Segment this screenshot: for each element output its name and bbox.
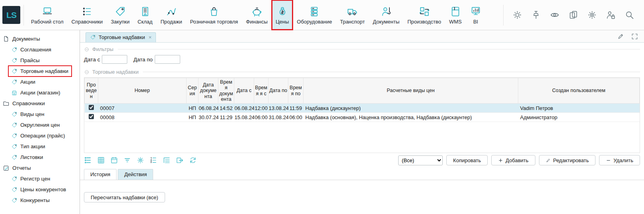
cell-price_types: Надбавка (основная), Наценка производств…: [304, 113, 518, 122]
search-icon[interactable]: [625, 10, 634, 20]
history-tab[interactable]: История: [84, 169, 117, 180]
document-icon: [3, 35, 10, 42]
toolbar-item-0[interactable]: Рабочий стол: [27, 0, 68, 30]
column-header[interactable]: Дата с: [234, 78, 254, 104]
calendar-icon[interactable]: [110, 156, 118, 164]
tag-icon: [11, 154, 18, 161]
column-header[interactable]: Дата документа: [198, 78, 218, 104]
toolbar-item-2[interactable]: Закупки: [107, 0, 133, 30]
toolbar-item-label: Рабочий стол: [31, 19, 64, 25]
pin-icon[interactable]: [531, 10, 541, 20]
grouping-icon[interactable]: [163, 156, 171, 164]
column-header[interactable]: Проведен: [85, 78, 98, 104]
export-icon[interactable]: [176, 156, 184, 164]
filter-icon[interactable]: [123, 156, 131, 164]
sidebar-item-1-4[interactable]: Листовки: [8, 152, 46, 163]
edit-icon[interactable]: [617, 33, 625, 40]
recalculate-button[interactable]: Пересчитать надбавки (все): [84, 192, 165, 202]
app-logo[interactable]: LS: [2, 6, 20, 24]
cell-doc_time: 14:52: [218, 104, 234, 113]
toolbar-item-11[interactable]: Производство: [403, 0, 445, 30]
cell-date_from: 06.08.24: [234, 104, 254, 113]
cell-price_types: Надбавка (дискаунтер): [304, 104, 518, 113]
column-header[interactable]: Расчетные виды цен: [304, 78, 518, 104]
cell-series: НП: [187, 104, 198, 113]
sidebar-section-1[interactable]: Справочники: [0, 98, 48, 109]
sidebar-item-0-3[interactable]: Акции: [8, 77, 39, 87]
filter-select[interactable]: (Все): [398, 155, 443, 165]
toolbar-item-12[interactable]: WMS: [445, 0, 466, 30]
divider: [23, 5, 24, 26]
column-header[interactable]: Время документа: [218, 78, 234, 104]
actions-tab[interactable]: Действия: [118, 169, 153, 180]
row-posted-checkbox[interactable]: [89, 105, 94, 110]
column-header[interactable]: Номер: [98, 78, 187, 104]
sidebar-item-2-0[interactable]: Регистр цен: [8, 173, 53, 184]
table-view-icon[interactable]: [97, 156, 105, 164]
refresh-icon[interactable]: [189, 156, 197, 164]
column-header[interactable]: Время я с: [254, 78, 268, 104]
table-row[interactable]: 00007НП06.08.2414:5206.08.2412:0013.08.2…: [85, 104, 640, 113]
sidebar-item-label: Соглашения: [20, 47, 51, 53]
sidebar-item-2-1[interactable]: Цены конкурентов: [8, 184, 69, 195]
sidebar-section-2[interactable]: Отчеты: [0, 163, 34, 173]
collapse-icon[interactable]: [84, 69, 89, 75]
column-header[interactable]: Создан пользователем: [518, 78, 640, 104]
grid-toolbar-actions: (Все)КопироватьДобавитьРедактироватьУдал…: [398, 155, 640, 165]
sidebar-item-0-0[interactable]: Соглашения: [8, 44, 54, 55]
sidebar-item-1-2[interactable]: Операции (прайс): [8, 130, 68, 141]
sidebar-item-2-2[interactable]: Конкуренты: [8, 195, 53, 206]
user-lock-icon[interactable]: [606, 10, 616, 20]
tab-close-icon[interactable]: ×: [148, 34, 152, 40]
grid-section-toggle[interactable]: Торговые надбавки: [80, 69, 644, 75]
column-header[interactable]: Дата по: [268, 78, 288, 104]
add-button[interactable]: Добавить: [491, 155, 535, 165]
sidebar-item-0-1[interactable]: Прайсы: [8, 55, 43, 66]
column-header[interactable]: Время по: [288, 78, 304, 104]
date-to-input[interactable]: [155, 55, 180, 64]
tag-icon: [11, 57, 18, 64]
toolbar-item-1[interactable]: Справочники: [68, 0, 107, 30]
toolbar-item-9[interactable]: Транспорт: [336, 0, 369, 30]
toolbar-item-4[interactable]: Продажи: [156, 0, 186, 30]
sidebar-item-1-1[interactable]: Округления цен: [8, 120, 63, 130]
row-posted-checkbox[interactable]: [89, 114, 94, 119]
toolbar-item-7[interactable]: Цены: [272, 0, 293, 30]
edit-button[interactable]: Редактировать: [539, 155, 596, 165]
brightness-icon[interactable]: [512, 10, 522, 20]
toolbar-item-5[interactable]: Розничная торговля: [186, 0, 242, 30]
copy-icon[interactable]: [568, 10, 578, 20]
tag-icon: [11, 187, 18, 193]
tab-trade-markups[interactable]: Торговые надбавки ×: [86, 32, 156, 42]
collapse-icon[interactable]: [84, 47, 89, 52]
gear-icon[interactable]: [587, 10, 597, 20]
copy-button[interactable]: Копировать: [446, 155, 488, 165]
directory-icon: [81, 6, 93, 18]
cell-date_to: 31.08.24: [268, 113, 288, 122]
table-row[interactable]: 00008НП30.07.2411:2915.08.2406:0031.08.2…: [85, 113, 640, 122]
filters-section-toggle[interactable]: Фильтры: [80, 46, 644, 52]
toolbar-item-10[interactable]: Документы: [369, 0, 403, 30]
sidebar-section-0[interactable]: Документы: [0, 33, 43, 44]
eye-icon[interactable]: [550, 10, 560, 20]
detail-tabs: ИсторияДействия: [80, 167, 644, 180]
toolbar-item-6[interactable]: Финансы: [242, 0, 272, 30]
toolbar-item-8[interactable]: Оборудование: [293, 0, 336, 30]
toolbar-item-label: Цены: [276, 19, 289, 25]
sidebar-item-0-2[interactable]: Торговые надбавки: [8, 66, 72, 77]
sidebar-item-0-4[interactable]: Акции (магазин): [8, 87, 63, 98]
toolbar-item-label: BI: [473, 19, 478, 25]
date-from-input[interactable]: [102, 55, 127, 64]
list-view-icon[interactable]: [84, 156, 92, 164]
toolbar-item-13[interactable]: BI: [466, 0, 486, 30]
column-header[interactable]: Серия: [187, 78, 198, 104]
delete-button[interactable]: Удалить: [599, 155, 640, 165]
expand-icon[interactable]: [631, 33, 638, 40]
settings-icon[interactable]: [136, 156, 144, 164]
toolbar-item-3[interactable]: Склад: [134, 0, 157, 30]
numbered-list-icon[interactable]: [150, 156, 158, 164]
sidebar-item-label: Акции: [20, 79, 35, 85]
sidebar-item-1-3[interactable]: Тип акции: [8, 141, 48, 152]
sidebar-item-1-0[interactable]: Виды цен: [8, 109, 47, 120]
toolbar-item-label: Розничная торговля: [190, 19, 238, 25]
